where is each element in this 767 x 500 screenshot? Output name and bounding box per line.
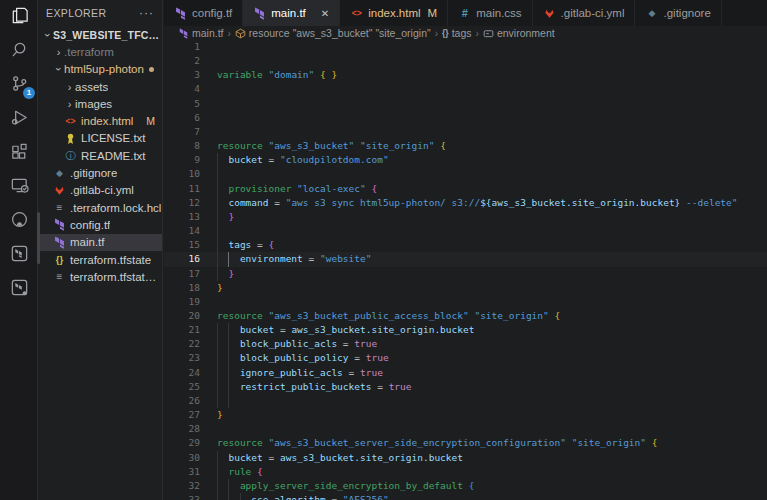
code-line-18[interactable]: 18}	[164, 281, 767, 295]
file-label: main.tf	[70, 236, 105, 248]
sidebar-item-main-tf[interactable]: main.tf	[38, 234, 162, 251]
code-line-26[interactable]: 26	[164, 394, 767, 408]
sidebar-item-readme-txt[interactable]: ⓘREADME.txt	[38, 147, 162, 164]
chevron-right-icon[interactable]: ›	[53, 46, 64, 58]
activity-bar: 1	[0, 0, 38, 500]
code-line-25[interactable]: 25 restrict_public_buckets = true	[164, 380, 767, 394]
more-actions-icon[interactable]: ···	[139, 6, 154, 20]
breadcrumb-separator-icon: ›	[435, 28, 438, 39]
extensions-icon	[9, 141, 30, 166]
activitybar-item-run-debug[interactable]	[0, 102, 38, 136]
code-line-2[interactable]: 2	[164, 54, 767, 68]
code-line-7[interactable]: 7	[164, 125, 767, 139]
tab-gitlab-ci-yml[interactable]: .gitlab-ci.yml	[533, 0, 636, 26]
sidebar-item-terraform-tfstate-ba[interactable]: ≡terraform.tfstate.ba...	[38, 268, 162, 285]
sidebar-item-assets[interactable]: ›assets	[38, 78, 162, 95]
code-line-32[interactable]: 32 apply_server_side_encryption_by_defau…	[164, 479, 767, 493]
activitybar-item-remote-explorer[interactable]	[0, 170, 38, 204]
tab-main-css[interactable]: #main.css	[448, 0, 532, 26]
chevron-right-icon[interactable]: ›	[64, 81, 75, 93]
code-line-23[interactable]: 23 block_public_policy = true	[164, 351, 767, 365]
sidebar-item-s3-website-tfcode[interactable]: ›S3_WEBSITE_TFCODE	[38, 26, 162, 43]
tab-config-tf[interactable]: config.tf	[164, 0, 243, 26]
code-line-28[interactable]: 28	[164, 422, 767, 436]
code-line-33[interactable]: 33 sse_algorithm = "AES256"	[164, 493, 767, 500]
code-line-10[interactable]: 10	[164, 167, 767, 181]
code-line-27[interactable]: 27}	[164, 408, 767, 422]
breadcrumb: main.tf›resource "aws_s3_bucket" "site_o…	[164, 26, 767, 40]
code-line-1[interactable]: 1	[164, 40, 767, 54]
code-line-text: resource "aws_s3_bucket_public_access_bl…	[217, 309, 560, 323]
sidebar-item-terraform-tfstate[interactable]: {}terraform.tfstate	[38, 251, 162, 268]
code-line-22[interactable]: 22 block_public_acls = true	[164, 337, 767, 351]
code-line-24[interactable]: 24 ignore_public_acls = true	[164, 366, 767, 380]
line-number: 6	[164, 111, 200, 125]
html-icon: <>	[64, 116, 77, 126]
activitybar-item-terraform[interactable]	[0, 238, 38, 272]
line-number: 19	[164, 295, 200, 309]
line-number: 29	[164, 436, 200, 450]
activitybar-item-terraform-cloud[interactable]	[0, 272, 38, 306]
code-line-19[interactable]: 19	[164, 295, 767, 309]
code-line-6[interactable]: 6	[164, 111, 767, 125]
file-label: README.txt	[81, 150, 146, 162]
terraform-icon	[174, 7, 187, 20]
code-line-20[interactable]: 20resource "aws_s3_bucket_public_access_…	[164, 309, 767, 323]
close-icon[interactable]: ✕	[321, 8, 329, 19]
breadcrumb-item-environment[interactable]: environment	[483, 27, 555, 39]
git-icon: ◆	[645, 8, 658, 18]
sidebar-item-config-tf[interactable]: config.tf	[38, 216, 162, 233]
sidebar-item-terraform[interactable]: ›.terraform	[38, 43, 162, 60]
sidebar-item-images[interactable]: ›images	[38, 95, 162, 112]
activitybar-item-source-control[interactable]: 1	[0, 68, 38, 102]
sidebar-item-license-txt[interactable]: LICENSE.txt	[38, 130, 162, 147]
code-line-8[interactable]: 8resource "aws_s3_bucket" "site_origin" …	[164, 139, 767, 153]
line-number: 9	[164, 153, 200, 167]
code-line-31[interactable]: 31 rule {	[164, 465, 767, 479]
breadcrumb-item-resource[interactable]: resource "aws_s3_bucket" "site_origin"	[235, 27, 431, 39]
code-line-3[interactable]: 3variable "domain" { }	[164, 68, 767, 82]
sidebar-item-gitlab-ci-yml[interactable]: .gitlab-ci.yml	[38, 182, 162, 199]
code-line-text: bucket = "cloudpilotdom.com"	[217, 153, 389, 167]
code-line-13[interactable]: 13 }	[164, 210, 767, 224]
code-line-text: provisioner "local-exec" {	[217, 182, 377, 196]
sidebar-item-gitignore[interactable]: ◆.gitignore	[38, 164, 162, 181]
sidebar-item-index-html[interactable]: <>index.htmlM	[38, 112, 162, 129]
code-line-21[interactable]: 21 bucket = aws_s3_bucket.site_origin.bu…	[164, 323, 767, 337]
code-line-17[interactable]: 17 }	[164, 267, 767, 281]
code-line-text: sse_algorithm = "AES256"	[217, 493, 389, 500]
code-line-9[interactable]: 9 bucket = "cloudpilotdom.com"	[164, 153, 767, 167]
chevron-right-icon[interactable]: ›	[64, 98, 75, 110]
sidebar-scrollbar-thumb[interactable]	[37, 212, 40, 264]
tab-index-html[interactable]: <>index.htmlM	[340, 0, 448, 26]
line-number: 18	[164, 281, 200, 295]
activitybar-item-extensions[interactable]	[0, 136, 38, 170]
tab-gitignore[interactable]: ◆.gitignore	[635, 0, 721, 26]
breadcrumb-item-main-tf[interactable]: main.tf	[178, 27, 224, 39]
code-line-14[interactable]: 14	[164, 224, 767, 238]
code-line-16[interactable]: 16 environment = "website"	[164, 252, 767, 266]
activitybar-item-explorer[interactable]	[0, 0, 38, 34]
code-line-4[interactable]: 4	[164, 82, 767, 96]
code-editor[interactable]: 123variable "domain" { }45678resource "a…	[164, 40, 767, 500]
chevron-down-icon[interactable]: ›	[53, 64, 65, 75]
line-number: 21	[164, 323, 200, 337]
line-number: 20	[164, 309, 200, 323]
sidebar-item-html5up-photon[interactable]: ›html5up-photon	[38, 61, 162, 78]
activitybar-item-search[interactable]	[0, 34, 38, 68]
chevron-down-icon[interactable]: ›	[42, 29, 54, 40]
code-line-30[interactable]: 30 bucket = aws_s3_bucket.site_origin.bu…	[164, 451, 767, 465]
code-line-text: rule {	[217, 465, 263, 479]
tab-main-tf[interactable]: main.tf✕	[243, 0, 340, 26]
code-line-11[interactable]: 11 provisioner "local-exec" {	[164, 182, 767, 196]
editor-group: config.tfmain.tf✕<>index.htmlM#main.css.…	[164, 0, 767, 500]
code-line-text: variable "domain" { }	[217, 68, 337, 82]
line-number: 10	[164, 167, 200, 181]
activitybar-item-github[interactable]	[0, 204, 38, 238]
sidebar-item-terraform-lock-hcl[interactable]: ≡.terraform.lock.hcl	[38, 199, 162, 216]
breadcrumb-item-tags[interactable]: {}tags	[442, 27, 471, 39]
code-line-29[interactable]: 29resource "aws_s3_bucket_server_side_en…	[164, 436, 767, 450]
code-line-12[interactable]: 12 command = "aws s3 sync html5up-photon…	[164, 196, 767, 210]
code-line-5[interactable]: 5	[164, 97, 767, 111]
code-line-15[interactable]: 15 tags = {	[164, 238, 767, 252]
